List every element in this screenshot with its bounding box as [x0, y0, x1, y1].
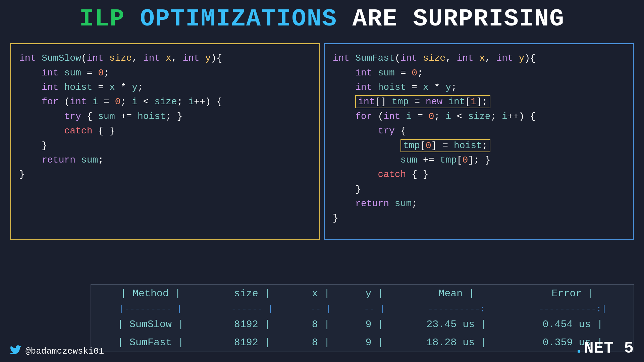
cell-x-sumfast: 8 | — [294, 334, 348, 352]
code-line: } — [333, 182, 625, 196]
benchmark-table-section: | Method | size | x | y | Mean | Error |… — [91, 284, 634, 352]
table-separator-row: |--------- | ------ | -- | -- | --------… — [91, 303, 634, 315]
title-rest: ARE SURPRISING — [337, 5, 565, 33]
footer-left: @badamczewski01 — [10, 345, 104, 357]
net5-badge: .NET 5 — [574, 339, 634, 357]
code-line: try { sum += hoist; } — [19, 109, 311, 124]
code-line: int SumSlow(int size, int x, int y){ — [19, 51, 311, 65]
cell-method-sumslow: | SumSlow | — [91, 315, 210, 334]
twitter-icon — [10, 345, 22, 357]
code-line: for (int i = 0; i < size; i++) { — [333, 109, 625, 124]
sep-method: |--------- | — [91, 303, 210, 315]
table-header-row: | Method | size | x | y | Mean | Error | — [91, 285, 634, 303]
code-line-highlight-assign: tmp[0] = hoist; — [333, 138, 625, 153]
title-opt: OPTIMIZATIONS — [125, 5, 337, 33]
sep-mean: ----------: — [401, 303, 512, 315]
code-line: } — [19, 138, 311, 153]
code-line: catch { } — [333, 167, 625, 182]
cell-size-sumslow: 8192 | — [210, 315, 294, 334]
code-panel-right: int SumFast(int size, int x, int y){ int… — [324, 43, 634, 240]
cell-method-sumfast: | SumFast | — [91, 334, 210, 352]
cell-error-sumslow: 0.454 us | — [512, 315, 634, 334]
net5-dot: . — [574, 339, 584, 357]
twitter-handle: @badamczewski01 — [25, 346, 104, 356]
code-line: return sum; — [333, 196, 625, 211]
code-line: try { — [333, 124, 625, 138]
sep-size: ------ | — [210, 303, 294, 315]
code-line-highlight-tmp: int[] tmp = new int[1]; — [333, 95, 625, 109]
col-header-mean: Mean | — [401, 285, 512, 303]
code-line: catch { } — [19, 124, 311, 138]
cell-y-sumslow: 9 | — [348, 315, 401, 334]
code-line: int sum = 0; — [19, 66, 311, 80]
table-row: | SumSlow | 8192 | 8 | 9 | 23.45 us | 0.… — [91, 315, 634, 334]
col-header-y: y | — [348, 285, 401, 303]
col-header-x: x | — [294, 285, 348, 303]
benchmark-table: | Method | size | x | y | Mean | Error |… — [91, 285, 634, 352]
col-header-error: Error | — [512, 285, 634, 303]
col-header-size: size | — [210, 285, 294, 303]
cell-mean-sumslow: 23.45 us | — [401, 315, 512, 334]
code-line: int sum = 0; — [333, 66, 625, 80]
cell-x-sumslow: 8 | — [294, 315, 348, 334]
table-row: | SumFast | 8192 | 8 | 9 | 18.28 us | 0.… — [91, 334, 634, 352]
cell-mean-sumfast: 18.28 us | — [401, 334, 512, 352]
cell-size-sumfast: 8192 | — [210, 334, 294, 352]
code-line: } — [19, 167, 311, 182]
code-line: } — [333, 211, 625, 225]
cell-y-sumfast: 9 | — [348, 334, 401, 352]
sep-x: -- | — [294, 303, 348, 315]
sep-error: -----------:| — [512, 303, 634, 315]
sep-y: -- | — [348, 303, 401, 315]
code-panel-left: int SumSlow(int size, int x, int y){ int… — [10, 43, 320, 240]
title-ilp: ILP — [79, 5, 125, 33]
code-line: int hoist = x * y; — [333, 80, 625, 95]
slide-title: ILP OPTIMIZATIONS ARE SURPRISING — [0, 0, 644, 37]
code-line: return sum; — [19, 153, 311, 167]
code-line: int hoist = x * y; — [19, 80, 311, 95]
code-line: for (int i = 0; i < size; i++) { — [19, 95, 311, 109]
code-panels: int SumSlow(int size, int x, int y){ int… — [0, 37, 644, 240]
code-line: sum += tmp[0]; } — [333, 153, 625, 167]
net5-text: NET 5 — [584, 339, 634, 357]
col-header-method: | Method | — [91, 285, 210, 303]
code-line: int SumFast(int size, int x, int y){ — [333, 51, 625, 65]
